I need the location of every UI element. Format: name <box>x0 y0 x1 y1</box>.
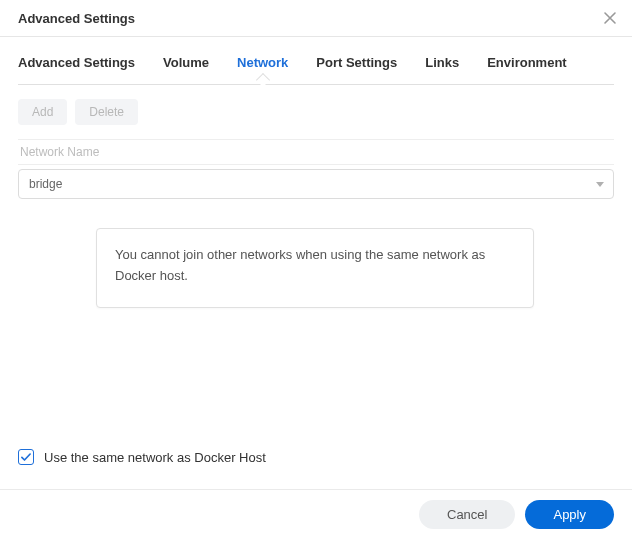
network-select-row: bridge <box>18 169 614 199</box>
tooltip-text: You cannot join other networks when usin… <box>115 247 485 283</box>
network-select[interactable]: bridge <box>18 169 614 199</box>
tab-port-settings[interactable]: Port Settings <box>316 55 397 84</box>
dialog-footer: Cancel Apply <box>0 489 632 543</box>
tab-links[interactable]: Links <box>425 55 459 84</box>
network-table: Network Name bridge <box>18 139 614 199</box>
tab-volume[interactable]: Volume <box>163 55 209 84</box>
window-title: Advanced Settings <box>18 11 135 26</box>
info-tooltip: You cannot join other networks when usin… <box>96 228 534 308</box>
titlebar: Advanced Settings <box>0 0 632 37</box>
tab-environment[interactable]: Environment <box>487 55 566 84</box>
tab-advanced-settings[interactable]: Advanced Settings <box>18 55 135 84</box>
delete-button[interactable]: Delete <box>75 99 138 125</box>
apply-button[interactable]: Apply <box>525 500 614 529</box>
same-network-checkbox[interactable]: Use the same network as Docker Host <box>18 449 266 465</box>
tab-network[interactable]: Network <box>237 55 288 84</box>
add-button[interactable]: Add <box>18 99 67 125</box>
close-icon[interactable] <box>602 10 618 26</box>
toolbar: Add Delete <box>18 85 614 125</box>
column-header-network-name: Network Name <box>18 139 614 165</box>
checkbox-label: Use the same network as Docker Host <box>44 450 266 465</box>
cancel-button[interactable]: Cancel <box>419 500 515 529</box>
tab-bar: Advanced Settings Volume Network Port Se… <box>18 37 614 85</box>
content-area: Advanced Settings Volume Network Port Se… <box>0 37 632 199</box>
checkbox-checked-icon <box>18 449 34 465</box>
